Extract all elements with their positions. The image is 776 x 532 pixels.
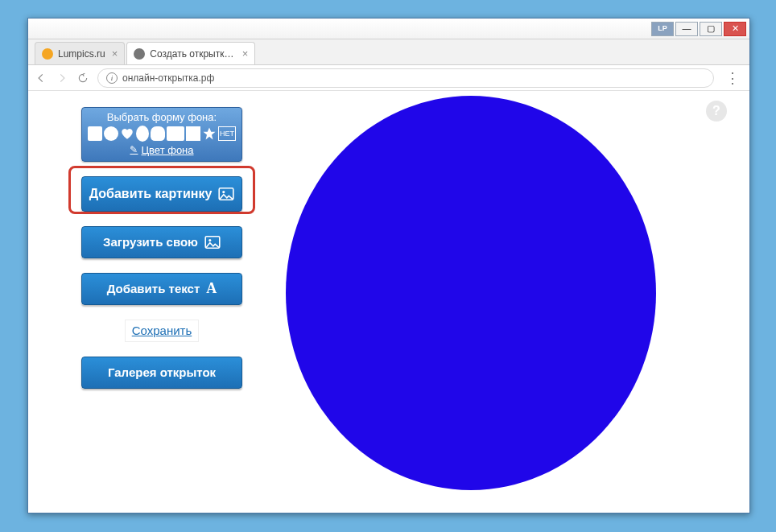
add-text-button[interactable]: Добавить текст A	[81, 273, 242, 305]
save-link-box: Сохранить	[125, 320, 200, 342]
window-titlebar: LP — ▢ ✕	[28, 19, 749, 39]
shape-row: НЕТ	[85, 126, 238, 142]
text-icon: A	[206, 280, 217, 297]
shape-selector: Выбрать форму фона: Н	[81, 107, 242, 162]
help-icon[interactable]: ?	[706, 101, 727, 122]
close-tab-icon[interactable]: ×	[112, 47, 118, 60]
browser-window: LP — ▢ ✕ Lumpics.ru × Создать открытку о…	[27, 18, 750, 513]
button-label: Добавить картинку	[89, 187, 213, 201]
close-tab-icon[interactable]: ×	[242, 47, 249, 60]
shape-heart-icon[interactable]	[120, 126, 134, 141]
shape-title: Выбрать форму фона:	[85, 111, 238, 123]
svg-marker-0	[188, 128, 200, 140]
favicon-icon	[42, 48, 53, 60]
gallery-button[interactable]: Галерея открыток	[81, 357, 242, 389]
canvas-area[interactable]	[286, 96, 656, 490]
maximize-button[interactable]: ▢	[700, 22, 722, 36]
close-button[interactable]: ✕	[724, 22, 746, 36]
button-label: Добавить текст	[107, 282, 200, 295]
shape-rect-icon[interactable]	[167, 126, 184, 141]
save-link[interactable]: Сохранить	[132, 324, 192, 337]
background-color-link[interactable]: Цвет фона	[130, 144, 193, 156]
shape-none-button[interactable]: НЕТ	[218, 126, 236, 141]
tab-label: Создать открытку онлай	[150, 48, 235, 60]
minimize-button[interactable]: —	[675, 22, 698, 36]
svg-point-3	[223, 191, 225, 193]
lp-button[interactable]: LP	[651, 22, 674, 36]
ellipse-shape[interactable]	[286, 96, 656, 490]
add-image-button[interactable]: Добавить картинку	[81, 176, 242, 212]
shape-pentagon-icon[interactable]	[186, 126, 200, 141]
back-icon[interactable]	[35, 72, 47, 85]
menu-icon[interactable]: ⋮	[722, 69, 743, 87]
upload-own-button[interactable]: Загрузить свою	[81, 226, 242, 258]
favicon-icon	[134, 48, 145, 60]
tab-label: Lumpics.ru	[58, 48, 105, 60]
shape-oval-icon[interactable]	[136, 126, 149, 142]
page-content: Выбрать форму фона: Н	[28, 91, 749, 513]
image-icon	[218, 188, 234, 200]
url-text: онлайн-открытка.рф	[122, 72, 214, 84]
svg-marker-1	[204, 128, 216, 140]
shape-circle-icon[interactable]	[104, 126, 118, 141]
shape-star-icon[interactable]	[202, 126, 217, 141]
tool-panel: Выбрать форму фона: Н	[73, 107, 250, 389]
refresh-icon[interactable]	[76, 72, 89, 85]
svg-point-5	[208, 239, 211, 241]
button-label: Галерея открыток	[108, 365, 216, 379]
tab-postcard[interactable]: Создать открытку онлай ×	[126, 42, 255, 64]
url-input[interactable]: i онлайн-открытка.рф	[97, 68, 714, 88]
shape-square-icon[interactable]	[88, 126, 102, 141]
image-icon	[204, 236, 221, 249]
shape-blob-icon[interactable]	[151, 126, 165, 141]
button-label: Загрузить свою	[103, 235, 198, 249]
tab-lumpics[interactable]: Lumpics.ru ×	[35, 42, 125, 64]
site-info-icon[interactable]: i	[106, 72, 118, 84]
tab-strip: Lumpics.ru × Создать открытку онлай ×	[28, 39, 749, 65]
forward-icon[interactable]	[56, 72, 68, 85]
address-bar: i онлайн-открытка.рф ⋮	[28, 65, 749, 91]
